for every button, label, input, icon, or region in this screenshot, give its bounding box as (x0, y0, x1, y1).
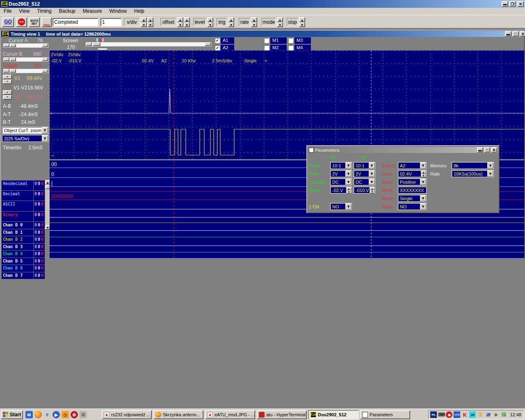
tray-network-icon[interactable]: 🖳 (485, 411, 491, 418)
delay-select[interactable]: NO▼ (398, 203, 427, 210)
child-minimize-icon[interactable]: ▬ (505, 31, 511, 37)
quicklaunch-ie-icon[interactable]: e (43, 411, 51, 418)
offset-a2-spinner[interactable]: -010.V▲▼ (354, 187, 375, 194)
restore-icon[interactable]: ❐ (509, 1, 516, 7)
task-button-4[interactable]: CLkDso2902_512 (308, 410, 358, 419)
m3-checkbox[interactable] (288, 38, 293, 43)
menu-item-file[interactable]: File (0, 8, 15, 15)
trig-ch-select[interactable]: A2▼ (398, 162, 427, 169)
task-button-5[interactable]: Parameters (360, 410, 410, 419)
m2-checkbox[interactable] (264, 46, 269, 50)
menu-item-window[interactable]: Window (105, 8, 130, 15)
vdiv-spinner-1[interactable]: ▲▼ (141, 17, 147, 27)
screen-slider[interactable] (85, 42, 211, 46)
channel-row-ascii[interactable]: ASCII000 (1, 201, 45, 212)
vdiv-a2-select[interactable]: 2V▼ (354, 170, 375, 177)
m1-checkbox[interactable] (264, 38, 269, 43)
coupling-a2-select[interactable]: DC▼ (354, 178, 375, 185)
menu-item-backup[interactable]: Backup (55, 8, 79, 15)
quicklaunch-alarm-icon[interactable]: ✿ (71, 411, 78, 418)
channel-row-chan-d-1[interactable]: Chan D 1000 (1, 229, 45, 237)
channel-row-chan-d-4[interactable]: Chan D 4000 (1, 251, 45, 258)
one-ch-select[interactable]: NO▼ (330, 203, 352, 210)
mode-select[interactable]: Single▼ (398, 195, 427, 202)
tray-update-icon[interactable]: 🖫 (500, 411, 507, 418)
channel-row-decimal[interactable]: Decimal000 (1, 191, 45, 201)
menu-item-measure[interactable]: Measure (79, 8, 106, 15)
channel-row-hexdecimal[interactable]: Hexdecimal000 (1, 180, 45, 191)
go-button[interactable]: GO ﹏﹏ (2, 17, 14, 27)
acquisition-status-field[interactable]: Completed (52, 18, 98, 26)
menu-item-view[interactable]: View (15, 8, 33, 15)
dialog-maximize-icon[interactable]: □ (484, 147, 490, 153)
quicklaunch-printer-icon[interactable]: ⎙ (80, 411, 87, 418)
autoset-button[interactable]: AUTOSET (29, 17, 40, 27)
parameters-titlebar[interactable]: Parameters ▬ □ ✕ (308, 147, 498, 153)
cursor-b-slider[interactable] (3, 57, 48, 62)
channel-row-chan-d-7[interactable]: Chan D 7000 (1, 272, 45, 280)
v1-down-button[interactable]: ▼ (3, 80, 12, 84)
rate-select[interactable]: 10KSa(100us)▼ (452, 170, 494, 177)
mode-spinner[interactable]: ▲▼ (277, 17, 283, 27)
start-button[interactable]: Start (1, 410, 23, 419)
task-button-0[interactable]: rs232 odpowiedź ... (102, 410, 152, 419)
coupling-a1-select[interactable]: DC▼ (330, 178, 352, 185)
language-indicator[interactable]: PL (430, 411, 437, 418)
quicklaunch-firefox-icon[interactable] (34, 411, 42, 418)
channel-row-chan-d-0[interactable]: Chan D 0000 (1, 222, 45, 229)
quicklaunch-media-player-icon[interactable]: ▶ (52, 411, 60, 418)
dialog-minimize-icon[interactable]: ▬ (477, 147, 483, 153)
v2-up-button[interactable]: ▲ (3, 90, 12, 95)
probe-a1-select[interactable]: 10:1▼ (330, 162, 352, 169)
level-spinner[interactable]: ▲▼ (207, 17, 213, 27)
word-field[interactable]: XXXXXXXX (398, 187, 427, 194)
memory-select[interactable]: 8k▼ (452, 162, 494, 169)
close-icon[interactable]: ✕ (517, 1, 524, 7)
trigger-slider[interactable] (3, 68, 48, 73)
child-close-icon[interactable]: ✕ (520, 31, 525, 37)
tray-ccs-icon[interactable]: CCS (454, 411, 460, 418)
channel-row-chan-d-6[interactable]: Chan D 6000 (1, 265, 45, 272)
task-button-3[interactable]: atu - HyperTerminal (257, 410, 307, 419)
tray-key-icon[interactable]: ⚿ (477, 411, 484, 418)
rate-spinner[interactable]: ▲▼ (251, 17, 257, 27)
vdiv-spinner-2[interactable]: ▲▼ (147, 17, 153, 27)
channel-field[interactable]: 1 (100, 18, 121, 26)
zoom-mode-select[interactable]: Object CurT. zoom▼ (2, 127, 48, 134)
slope-select[interactable]: Positive▼ (398, 178, 427, 185)
stop-button[interactable]: STOP (16, 17, 27, 27)
menu-item-timing[interactable]: Timing (33, 8, 55, 15)
task-button-2[interactable]: eATU_mod.JPG - ... (205, 410, 255, 419)
clock[interactable]: 12:48 (510, 412, 521, 417)
a2-ground-marker[interactable]: ⊣ (50, 153, 54, 158)
keyboard-icon[interactable]: ⌨ (438, 411, 445, 418)
menu-item-help[interactable]: Help (130, 8, 148, 15)
channel-row-chan-d-5[interactable]: Chan D 5000 (1, 258, 45, 265)
vdiv-a1-select[interactable]: 2V▼ (330, 170, 352, 177)
samples-per-div-select[interactable]: 2(25 Sa/Div)▼ (2, 135, 48, 142)
slop-spinner[interactable]: ▲▼ (299, 17, 305, 27)
channel-row-chan-d-3[interactable]: Chan D 3000 (1, 244, 45, 251)
dialog-close-icon[interactable]: ✕ (491, 147, 497, 153)
m4-checkbox[interactable] (288, 46, 293, 50)
child-maximize-icon[interactable]: □ (512, 31, 519, 37)
a2-checkbox[interactable]: ✔ (215, 46, 220, 50)
cursor-a-slider[interactable] (3, 43, 48, 48)
trig-button[interactable]: TRIG (41, 17, 52, 27)
a1-checkbox[interactable]: ✔ (215, 38, 220, 43)
offset-spinner-2[interactable]: ▲▼ (184, 17, 190, 27)
tray-antivirus-icon[interactable]: K (461, 411, 468, 418)
tray-mute-icon[interactable]: ◉ (446, 411, 452, 418)
offset-a1-spinner[interactable]: -02.V▲▼ (330, 187, 352, 194)
tray-temperature-badge[interactable]: 26 (469, 411, 476, 418)
trig-spinner[interactable]: ▲▼ (228, 17, 234, 27)
v2-down-button[interactable]: ▼ (3, 95, 12, 100)
task-button-1[interactable]: Skrzynka anteno... (153, 410, 203, 419)
v1-up-button[interactable]: ▲ (3, 75, 12, 79)
probe-a2-select[interactable]: 10:1▼ (354, 162, 375, 169)
quicklaunch-schedule-icon[interactable]: ◷ (62, 411, 69, 418)
minimize-icon[interactable]: ▬ (502, 1, 508, 7)
level-spinner-field[interactable]: 02.4V▲▼ (398, 170, 427, 177)
quicklaunch-mail-icon[interactable]: ✉ (25, 411, 33, 418)
channel-row-chan-d-2[interactable]: Chan D 2000 (1, 236, 45, 244)
